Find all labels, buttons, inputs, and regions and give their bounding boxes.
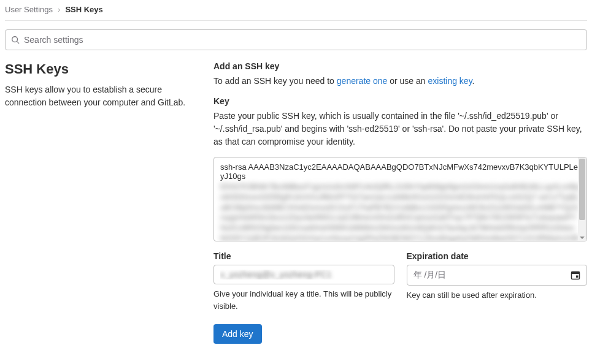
breadcrumb-parent[interactable]: User Settings	[5, 5, 53, 14]
key-help: Paste your public SSH key, which is usua…	[213, 110, 587, 148]
chevron-right-icon: ›	[58, 5, 60, 14]
title-label: Title	[213, 251, 394, 261]
expiration-hint: Key can still be used after expiration.	[407, 289, 588, 301]
calendar-icon	[571, 270, 580, 280]
page-description: SSH keys allow you to establish a secure…	[5, 83, 201, 109]
breadcrumb-current: SSH Keys	[65, 5, 102, 14]
scroll-down-icon[interactable]	[580, 237, 585, 239]
expiration-placeholder: 年 /月/日	[413, 270, 447, 281]
scrollbar[interactable]	[578, 157, 586, 241]
search-wrapper	[5, 29, 587, 50]
section-sidebar: SSH Keys SSH keys allow you to establish…	[5, 61, 201, 344]
key-value-visible: ssh-rsa AAAAB3NzaC1yc2EAAAADAQABAAABgQDO…	[220, 162, 580, 181]
add-key-button[interactable]: Add key	[213, 324, 262, 344]
scroll-thumb[interactable]	[579, 159, 585, 220]
form-area: Add an SSH key To add an SSH key you nee…	[213, 61, 587, 344]
add-key-heading: Add an SSH key	[213, 61, 587, 71]
svg-rect-3	[572, 272, 580, 275]
breadcrumb: User Settings › SSH Keys	[5, 2, 587, 21]
expiration-input[interactable]: 年 /月/日	[407, 265, 588, 286]
title-hint: Give your individual key a title. This w…	[213, 288, 394, 312]
key-value-redacted: E0Vb7K3BN8r7Bo3t8BwzF1gUs2uDcXMP1Ak3QfRL…	[220, 182, 580, 241]
generate-one-link[interactable]: generate one	[337, 76, 388, 86]
title-input[interactable]	[213, 265, 394, 284]
add-key-help: To add an SSH key you need to generate o…	[213, 75, 587, 88]
svg-rect-4	[576, 276, 579, 278]
page-title: SSH Keys	[5, 61, 201, 77]
expiration-label: Expiration date	[407, 251, 588, 261]
key-textarea[interactable]: ssh-rsa AAAAB3NzaC1yc2EAAAADAQABAAABgQDO…	[213, 157, 587, 241]
existing-key-link[interactable]: existing key	[428, 76, 472, 86]
key-label: Key	[213, 96, 587, 106]
search-input[interactable]	[5, 29, 587, 50]
